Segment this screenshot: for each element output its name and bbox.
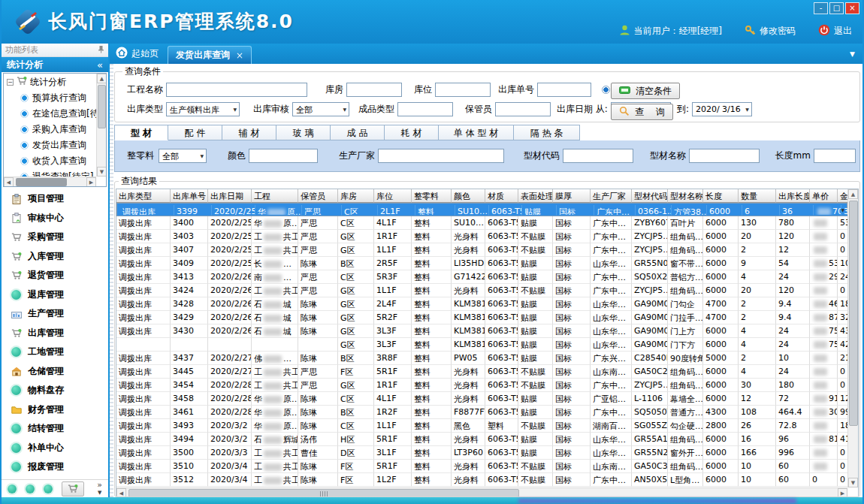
quick-dot-icon[interactable] [8,484,17,493]
table-row[interactable]: 调拨出库34292020/2/26石城陈琳G区5R2F整料KLM38176063… [116,311,847,324]
whole-part-select[interactable]: 全部 [159,149,207,163]
menu-item[interactable]: 入库管理 [2,247,108,267]
scroll-up-icon[interactable]: ▲ [97,74,107,83]
table-row[interactable]: 调拨出库34942020/3/2石辉城汤伟H区5R1F整料光身料6063-T5贴… [116,433,847,446]
tab-home[interactable]: 起始页 [110,44,168,64]
column-header[interactable]: 金额 [838,189,847,203]
warehouse-input[interactable] [346,83,402,97]
table-row[interactable]: G区3L3F整料KLM38176063-T5贴膜国标山东华…GA90M09.门下… [116,338,847,352]
material-tab[interactable]: 配 件 [168,125,222,140]
material-tab[interactable]: 辅 材 [222,125,276,140]
tab-close-icon[interactable]: × [236,50,243,61]
table-row[interactable]: 调拨出库34372020/2/27佛…陈琳B区3R8F整料PW056063-T5… [116,352,847,365]
column-header[interactable]: 保管员 [298,189,338,203]
menu-item[interactable]: 审核中心 [2,209,108,228]
product-type-input[interactable] [397,102,453,116]
table-row[interactable]: 调拨出库33992020/2/25华原…严思C区2L1F整料SU10…6063-… [116,203,847,216]
menu-item[interactable]: 采购管理 [2,228,108,247]
grid-vscroll-thumb[interactable] [849,201,858,426]
table-row[interactable]: 调拨出库35002020/3/3工共工程曹佳D区3L1F整料LT3P606063… [116,446,847,460]
table-row[interactable]: 调拨出库34612020/2/28华原…陈琳B区1R2F整料F8877FT606… [116,406,847,419]
menu-item[interactable]: 出库管理 [2,324,108,343]
table-row[interactable]: 调拨出库34072020/2/25工共工程严思G区1L1F整料光身料6063-T… [116,243,847,257]
tree-hscrollbar[interactable]: ◀ ▶ [4,177,96,186]
table-row[interactable]: 调拨出库34032020/2/25工共工程严思G区1R1F整料光身料6063-T… [116,230,847,243]
menu-item[interactable]: 退货管理 [2,266,108,285]
close-button[interactable]: × [845,2,859,14]
menu-item[interactable]: 物料盘存 [2,381,108,400]
material-tab[interactable]: 型 材 [114,125,168,140]
out-type-select[interactable]: 生产领料出库 [166,102,240,116]
tree-item[interactable]: 采购入库查询 [4,122,96,137]
quick-dot-icon[interactable] [44,484,53,493]
material-tab[interactable]: 隔 热 条 [514,125,580,140]
scroll-right-icon[interactable]: ▶ [838,488,847,497]
order-no-input[interactable] [537,83,591,97]
tree-root-expander[interactable]: − [7,79,14,86]
table-row[interactable]: 调拨出库34002020/2/25华原…严思C区4L1F整料SU10…6063-… [116,216,847,230]
scroll-right-icon[interactable]: ▶ [86,177,96,187]
table-row[interactable]: 调拨出库35102020/3/4工共工程陈琳F区5R1F整料光身料6063-T5… [116,460,847,473]
table-row[interactable]: 调拨出库34452020/2/27工共工程严思F区5R1F整料光身料6063-T… [116,365,847,379]
tree-item[interactable]: 退货查询[待定] [4,169,96,177]
column-header[interactable]: 表面处理 [518,189,553,203]
keeper-input[interactable] [495,102,551,116]
column-header[interactable]: 出库单号 [171,189,208,203]
table-row[interactable]: 调拨出库34932020/3/2华原…陈琳C区1L1F整料黑色塑料不贴膜国标湖南… [116,419,847,433]
menu-item[interactable]: 工地管理 [2,343,108,362]
tab-shipping-query[interactable]: 发货出库查询 × [168,46,252,64]
table-row[interactable]: 调拨出库34282020/2/26石城陈琳G区2L4F整料KLM38176063… [116,297,847,311]
column-header[interactable]: 型材名称 [668,189,703,203]
out-audit-select[interactable]: 全部 [292,102,349,116]
menu-item[interactable]: 仓储管理 [2,362,108,382]
grid-hscroll-thumb[interactable] [128,489,519,497]
menu-item[interactable]: 项目管理 [2,189,108,209]
project-name-input[interactable] [166,83,307,97]
minimize-button[interactable]: - [814,2,828,14]
search-button[interactable]: 查 询 [611,104,673,120]
tree-item[interactable]: 预算执行查询 [4,90,96,106]
material-tab[interactable]: 成 品 [331,125,385,140]
clear-button[interactable]: 清空条件 [611,83,680,99]
menu-item[interactable]: 报废管理 [2,457,108,477]
collapse-icon[interactable]: « [97,59,103,71]
quick-dot-icon[interactable] [26,484,35,493]
column-header[interactable]: 出库长度 [776,189,810,203]
tree-item[interactable]: 发货出库查询 [4,137,96,153]
column-header[interactable]: 库位 [374,189,412,203]
menu-item[interactable]: 补单中心 [2,439,108,458]
column-header[interactable]: 整零料 [412,189,452,203]
column-header[interactable]: 工程 [252,189,298,203]
table-row[interactable]: 调拨出库35122020/3/4工共工程陈琳F区1L2F整料光身料6063-T5… [116,473,847,487]
menu-item[interactable]: 退库管理 [2,285,108,305]
logout-link[interactable]: 退出 [818,24,852,38]
material-tab[interactable]: 单 体 型 材 [439,125,514,140]
profile-code-input[interactable] [563,149,633,163]
quick-cart-button[interactable] [62,481,84,496]
column-header[interactable]: 出库日期 [208,189,252,203]
tab-list-caret-icon[interactable]: ▼ [850,50,855,58]
length-input[interactable] [814,149,856,163]
menu-item[interactable]: 生产管理 [2,304,108,324]
column-header[interactable]: 单价 [810,189,838,203]
tree-item[interactable]: 收货入库查询 [4,153,96,169]
date-to-select[interactable]: 2020/ 3/16 [692,102,752,116]
color-input[interactable] [249,149,318,163]
column-header[interactable]: 型材代码 [632,189,668,203]
accordion-header-statistics[interactable]: 统计分析 « [2,57,108,72]
column-header[interactable]: 数量 [739,189,776,203]
scroll-left-icon[interactable]: ◀ [116,488,126,497]
column-header[interactable]: 长度 [703,189,739,203]
tree-item[interactable]: 在途信息查询[待 [4,106,96,122]
table-row[interactable]: 调拨出库34582020/2/28华原…陈琳C区4L1F整料光身料6063-T5… [116,392,847,406]
table-row[interactable]: 调拨出库34132020/2/26南…严思C区5R3F整料G714226063-… [116,270,847,284]
menu-item[interactable]: 财务管理 [2,400,108,420]
change-password-link[interactable]: 修改密码 [745,25,796,38]
menu-item[interactable]: 结转管理 [2,419,108,439]
scroll-left-icon[interactable]: ◀ [4,177,14,187]
column-header[interactable]: 出库类型 [116,189,171,203]
column-header[interactable]: 颜色 [452,189,485,203]
scroll-down-icon[interactable]: ▼ [97,167,107,177]
table-row[interactable]: 调拨出库34242020/2/26工共工程严思G区1L1F整料光身料6063-T… [116,284,847,297]
profile-name-input[interactable] [689,149,760,163]
